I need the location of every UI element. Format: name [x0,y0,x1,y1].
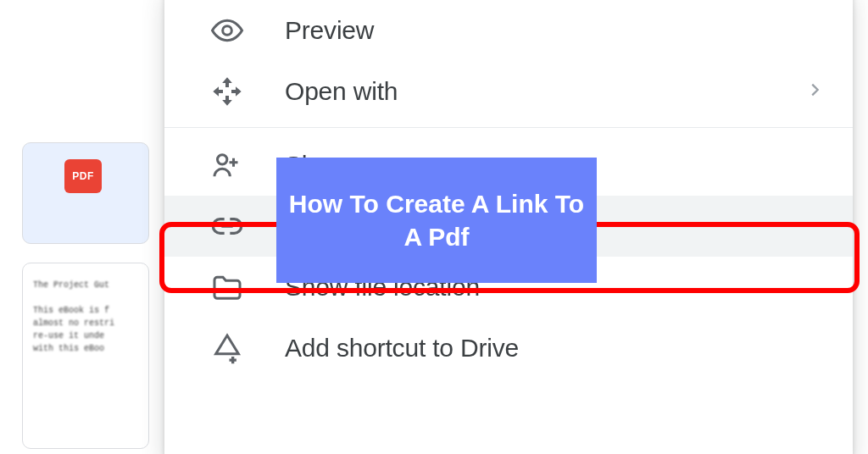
menu-item-open-with[interactable]: Open with [164,61,853,122]
overlay-title: How To Create A Link To A Pdf [276,158,597,283]
menu-item-label: Preview [285,16,824,45]
menu-item-label: Open with [285,77,766,106]
doc-preview-text: The Project Gut This eBook is f almost n… [33,279,138,355]
pdf-badge: PDF [64,159,102,193]
folder-icon [209,269,246,306]
menu-item-add-shortcut[interactable]: Add shortcut to Drive [164,318,853,379]
open-with-icon [209,73,246,110]
menu-item-label: Add shortcut to Drive [285,334,824,363]
svg-point-1 [218,155,227,164]
svg-point-0 [223,26,232,36]
link-icon [209,208,246,245]
file-card-selected[interactable] [22,142,149,244]
file-card-preview[interactable]: The Project Gut This eBook is f almost n… [22,263,149,449]
chevron-right-icon [805,80,824,102]
share-icon [209,147,246,184]
menu-divider [164,127,853,128]
menu-item-preview[interactable]: Preview [164,0,853,61]
drive-shortcut-icon [209,329,246,367]
preview-icon [209,12,246,49]
